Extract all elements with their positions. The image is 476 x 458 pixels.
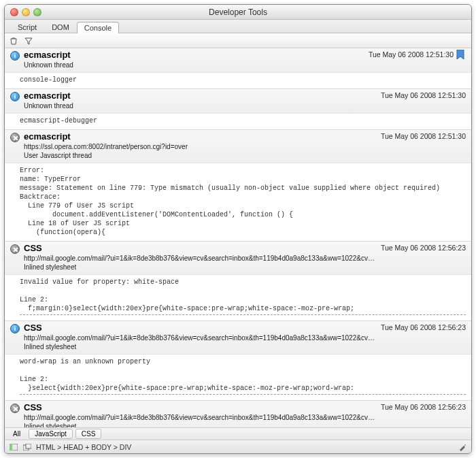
tab-bar: Script DOM Console (5, 20, 471, 33)
entry-header: ecmascripthttps://ssl.opera.com:8002/int… (5, 130, 471, 163)
entry-timestamp: Tue May 06 2008 12:51:30 (375, 131, 466, 140)
console-entry[interactable]: iecmascriptUnknown threadTue May 06 2008… (5, 48, 471, 89)
entry-header: CSShttp://mail.google.com/mail/?ui=1&ik=… (5, 401, 471, 427)
entry-type: ecmascript (24, 131, 375, 142)
entry-header: iecmascriptUnknown threadTue May 06 2008… (5, 89, 471, 114)
entry-timestamp: Tue May 06 2008 12:51:30 (375, 91, 466, 99)
entry-context: Inlined stylesheet (24, 422, 375, 427)
entry-subtitle: https://ssl.opera.com:8002/intranet/pers… (24, 142, 375, 151)
tab-script[interactable]: Script (10, 21, 44, 33)
console-entry[interactable]: CSShttp://mail.google.com/mail/?ui=1&ik=… (5, 401, 471, 427)
entry-subtitle: http://mail.google.com/mail/?ui=1&ik=8de… (24, 254, 375, 263)
entry-timestamp: Tue May 06 2008 12:56:23 (375, 402, 466, 411)
console-entry[interactable]: CSShttp://mail.google.com/mail/?ui=1&ik=… (5, 242, 471, 321)
entry-header: iCSShttp://mail.google.com/mail/?ui=1&ik… (5, 321, 471, 355)
clear-icon[interactable] (9, 36, 18, 46)
entry-type: ecmascript (24, 91, 375, 101)
panel-toggle-icon[interactable] (9, 442, 18, 452)
window-title: Developer Tools (5, 7, 471, 17)
console-entry[interactable]: iCSShttp://mail.google.com/mail/?ui=1&ik… (5, 321, 471, 401)
entry-context: User Javascript thread (24, 151, 375, 160)
entry-subtitle: http://mail.google.com/mail/?ui=1&ik=8de… (24, 413, 375, 422)
info-icon: i (10, 51, 20, 61)
error-icon (10, 404, 20, 413)
entry-type: ecmascript (24, 50, 363, 61)
entry-timestamp: Tue May 06 2008 12:56:23 (375, 323, 466, 331)
info-icon: i (10, 324, 20, 333)
console-entries[interactable]: iecmascriptUnknown threadTue May 06 2008… (5, 48, 471, 427)
entry-body: ecmascript-debugger (5, 114, 471, 129)
entry-type: CSS (24, 323, 375, 333)
entry-timestamp: Tue May 06 2008 12:51:30 (363, 50, 454, 59)
tab-dom[interactable]: DOM (44, 21, 77, 33)
entry-type: CSS (24, 243, 375, 254)
entry-header: CSShttp://mail.google.com/mail/?ui=1&ik=… (5, 242, 471, 275)
console-entry[interactable]: ecmascripthttps://ssl.opera.com:8002/int… (5, 130, 471, 242)
filter-javascript[interactable]: JavaScript (29, 429, 73, 439)
error-icon (10, 244, 20, 254)
filter-all[interactable]: All (7, 429, 26, 438)
entry-body: word-wrap is an unknown property Line 2:… (5, 355, 471, 400)
window-titlebar: Developer Tools (5, 5, 471, 20)
truncation-rule (20, 394, 466, 395)
entry-body: Invalid value for property: white-space … (5, 275, 471, 321)
entry-subtitle: Unknown thread (24, 61, 363, 69)
error-icon (10, 133, 20, 142)
entry-body: console-logger (5, 73, 471, 88)
info-icon: i (10, 92, 20, 101)
svg-rect-1 (10, 444, 12, 451)
console-toolbar (5, 33, 471, 48)
entry-header: iecmascriptUnknown threadTue May 06 2008… (5, 48, 471, 73)
filter-css[interactable]: CSS (75, 429, 102, 439)
entry-context: Inlined stylesheet (24, 263, 375, 272)
devtools-window: Developer Tools Script DOM Console iecma… (4, 4, 472, 454)
entry-subtitle: http://mail.google.com/mail/?ui=1&ik=8de… (24, 333, 375, 342)
entry-context: Inlined stylesheet (24, 342, 375, 351)
status-bar: HTML > HEAD + BODY > DIV (5, 440, 471, 453)
entry-type: CSS (24, 402, 375, 413)
breadcrumb[interactable]: HTML > HEAD + BODY > DIV (36, 443, 131, 451)
svg-rect-3 (26, 444, 31, 448)
detach-icon[interactable] (22, 442, 32, 452)
tab-console[interactable]: Console (77, 22, 119, 33)
truncation-rule (20, 314, 466, 315)
settings-icon[interactable] (458, 442, 467, 452)
filter-icon[interactable] (24, 36, 33, 46)
entry-body: Error: name: TypeError message: Statemen… (5, 163, 471, 241)
bookmark-icon[interactable] (456, 50, 466, 61)
entry-subtitle: Unknown thread (24, 101, 375, 110)
entry-timestamp: Tue May 06 2008 12:56:23 (375, 243, 466, 252)
filter-bar: All JavaScript CSS (5, 427, 471, 440)
console-entry[interactable]: iecmascriptUnknown threadTue May 06 2008… (5, 89, 471, 130)
